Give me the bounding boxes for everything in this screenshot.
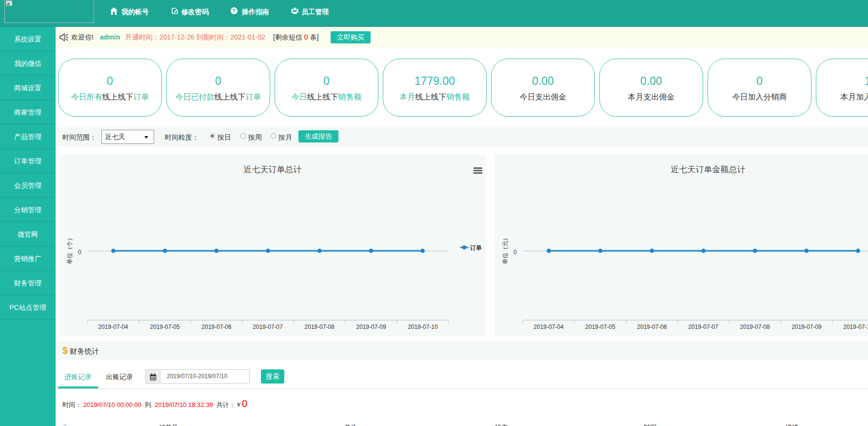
svg-text:?: ?	[233, 8, 236, 14]
